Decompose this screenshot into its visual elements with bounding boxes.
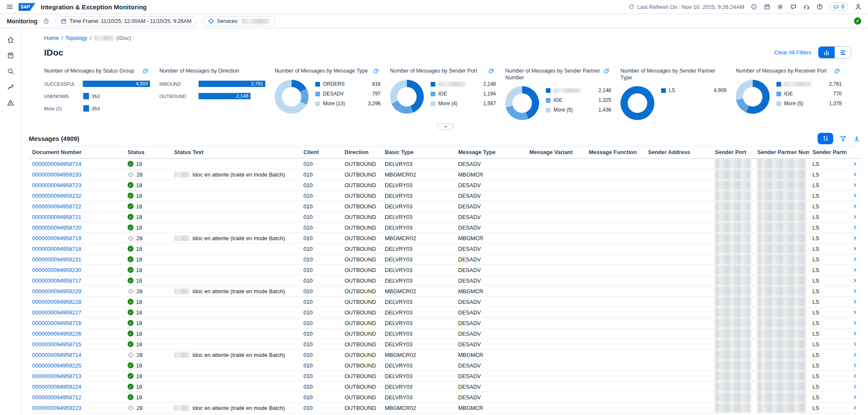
- table-row[interactable]: 0000000094959231✓18010OUTBOUNDDELVRY03DE…: [29, 254, 861, 265]
- table-row[interactable]: 0000000094958716✓18010OUTBOUNDDELVRY03DE…: [29, 318, 861, 328]
- row-navigate-button[interactable]: [850, 352, 857, 357]
- breadcrumb-topology-link[interactable]: Topology: [65, 35, 87, 41]
- table-row[interactable]: 0000000094958713✓18010OUTBOUNDDELVRY03DE…: [29, 371, 861, 381]
- column-header-doc[interactable]: Document Number: [29, 146, 124, 159]
- row-navigate-button[interactable]: [850, 193, 857, 198]
- open-in-new-window-button[interactable]: [834, 68, 840, 75]
- document-number-link[interactable]: 0000000094958714: [32, 352, 81, 358]
- column-header-messageFunction[interactable]: Message Function: [585, 146, 645, 159]
- row-navigate-button[interactable]: [850, 342, 857, 347]
- row-navigate-button[interactable]: [850, 161, 857, 166]
- row-navigate-button[interactable]: [850, 373, 857, 379]
- bar-item[interactable]: UNKNOWN353: [44, 93, 150, 99]
- bar-item[interactable]: INBOUND2,761: [159, 81, 265, 87]
- open-in-new-window-button[interactable]: [142, 68, 148, 75]
- help-button[interactable]: [816, 3, 823, 10]
- column-header-basicType[interactable]: Basic Type: [381, 146, 455, 159]
- services-filter-chip[interactable]: Services:: [203, 16, 275, 26]
- sidebar-item-statistics[interactable]: [3, 81, 18, 93]
- table-row[interactable]: 0000000094959227✓18010OUTBOUNDDELVRY03DE…: [29, 307, 861, 318]
- bar-item[interactable]: OUTBOUND2,148: [159, 93, 265, 99]
- document-number-link[interactable]: 0000000094958718: [32, 246, 81, 252]
- table-row[interactable]: 000000009495871928Idoc en attente (trait…: [29, 233, 861, 244]
- row-navigate-button[interactable]: [850, 267, 857, 272]
- support-button[interactable]: [803, 3, 810, 10]
- document-number-link[interactable]: 0000000094958724: [32, 161, 81, 167]
- table-row[interactable]: 0000000094958722✓18010OUTBOUNDDELVRY03DE…: [29, 201, 861, 212]
- column-header-direction[interactable]: Direction: [341, 146, 381, 159]
- row-navigate-button[interactable]: [850, 310, 857, 315]
- table-row[interactable]: 0000000094959225✓18010OUTBOUNDDELVRY03DE…: [29, 360, 861, 371]
- table-row[interactable]: 0000000094959228✓18010OUTBOUNDDELVRY03DE…: [29, 297, 861, 307]
- row-navigate-button[interactable]: [850, 320, 857, 325]
- document-number-link[interactable]: 0000000094959224: [32, 384, 81, 390]
- table-row[interactable]: 0000000094958723✓18010OUTBOUNDDELVRY03DE…: [29, 180, 861, 191]
- refresh-icon[interactable]: [629, 4, 634, 10]
- row-navigate-button[interactable]: [850, 299, 857, 304]
- column-header-senderPartnerNumber[interactable]: Sender Partner Number: [754, 146, 809, 159]
- collapse-header-button[interactable]: [437, 123, 453, 130]
- document-number-link[interactable]: 0000000094959226: [32, 331, 81, 337]
- filter-button[interactable]: [840, 135, 847, 142]
- sort-button[interactable]: [818, 133, 833, 144]
- clear-all-filters-link[interactable]: Clear All Filters: [774, 49, 811, 56]
- document-number-link[interactable]: 0000000094958720: [32, 224, 81, 231]
- row-navigate-button[interactable]: [850, 405, 857, 410]
- document-number-link[interactable]: 0000000094958721: [32, 214, 81, 220]
- open-in-new-window-button[interactable]: [373, 68, 379, 75]
- row-navigate-button[interactable]: [850, 214, 857, 219]
- feedback-button[interactable]: [790, 3, 797, 10]
- time-frame-filter-chip[interactable]: Time Frame: 11/10/25, 12:00AM - 11/10/25…: [55, 16, 197, 26]
- download-button[interactable]: [853, 135, 860, 142]
- document-number-link[interactable]: 0000000094959228: [32, 299, 81, 305]
- table-row[interactable]: 0000000094958724✓18010OUTBOUNDDELVRY03DE…: [29, 159, 861, 169]
- calendar-button[interactable]: [764, 3, 771, 10]
- row-navigate-button[interactable]: [850, 236, 857, 241]
- donut-chart[interactable]: [275, 80, 309, 114]
- row-navigate-button[interactable]: [850, 289, 857, 294]
- document-number-link[interactable]: 0000000094958713: [32, 373, 81, 379]
- notifications-badge[interactable]: 0: [829, 3, 848, 11]
- document-number-link[interactable]: 0000000094958717: [32, 278, 81, 284]
- row-navigate-button[interactable]: [850, 395, 857, 400]
- document-number-link[interactable]: 0000000094958712: [32, 394, 81, 401]
- column-header-senderPartnerType[interactable]: Sender Partner Type: [809, 146, 846, 159]
- document-number-link[interactable]: 0000000094958722: [32, 203, 81, 210]
- table-row[interactable]: 000000009495923328Idoc en attente (trait…: [29, 169, 861, 180]
- row-navigate-button[interactable]: [850, 204, 857, 209]
- table-row[interactable]: 0000000094959230✓18010OUTBOUNDDELVRY03DE…: [29, 265, 861, 275]
- refresh-interval-button[interactable]: [43, 18, 50, 25]
- sidebar-item-home[interactable]: [3, 34, 18, 46]
- table-row[interactable]: 000000009495871428Idoc en attente (trait…: [29, 350, 861, 360]
- document-number-link[interactable]: 0000000094959223: [32, 405, 81, 411]
- document-number-link[interactable]: 0000000094959232: [32, 193, 81, 199]
- bar-item[interactable]: SUCCESSFUL4,203: [44, 81, 150, 87]
- open-in-new-window-button[interactable]: [604, 68, 609, 75]
- document-number-link[interactable]: 0000000094958716: [32, 320, 81, 326]
- table-row[interactable]: 000000009495922928Idoc en attente (trait…: [29, 286, 861, 297]
- donut-chart[interactable]: [736, 80, 770, 114]
- row-navigate-button[interactable]: [850, 278, 857, 283]
- column-header-senderAddress[interactable]: Sender Address: [645, 146, 712, 159]
- row-navigate-button[interactable]: [850, 384, 857, 389]
- document-number-link[interactable]: 0000000094959227: [32, 309, 81, 316]
- chart-view-toggle-button[interactable]: [818, 47, 835, 58]
- table-row[interactable]: 0000000094958720✓18010OUTBOUNDDELVRY03DE…: [29, 222, 861, 233]
- donut-chart[interactable]: [620, 86, 654, 120]
- column-header-status[interactable]: Status: [124, 146, 171, 159]
- document-number-link[interactable]: 0000000094959230: [32, 267, 81, 273]
- document-number-link[interactable]: 0000000094959225: [32, 362, 81, 369]
- table-row[interactable]: 0000000094959232✓18010OUTBOUNDDELVRY03DE…: [29, 191, 861, 201]
- sap-logo[interactable]: SAP: [19, 3, 36, 11]
- list-view-toggle-button[interactable]: [835, 47, 851, 58]
- document-number-link[interactable]: 0000000094958719: [32, 235, 81, 241]
- row-navigate-button[interactable]: [850, 246, 857, 251]
- column-header-senderPort[interactable]: Sender Port: [712, 146, 754, 159]
- row-navigate-button[interactable]: [850, 182, 857, 188]
- table-row[interactable]: 0000000094959224✓18010OUTBOUNDDELVRY03DE…: [29, 381, 861, 392]
- column-header-client[interactable]: Client: [300, 146, 341, 159]
- sidebar-item-search[interactable]: [3, 65, 18, 78]
- document-number-link[interactable]: 0000000094959233: [32, 171, 81, 178]
- row-navigate-button[interactable]: [850, 363, 857, 368]
- table-row[interactable]: ✓: [29, 413, 861, 415]
